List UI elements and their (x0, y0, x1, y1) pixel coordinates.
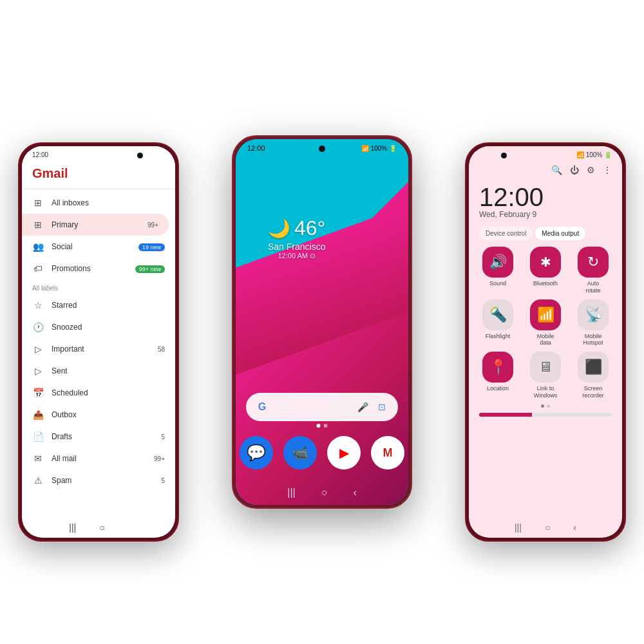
inbox-icon: ⊞ (32, 197, 44, 209)
spam-label: Spam (52, 476, 71, 485)
gmail-menu-snoozed[interactable]: 🕐 Snoozed (22, 316, 175, 338)
youtube-icon: ▶ (339, 445, 349, 460)
weather-temp: 46° (294, 216, 325, 240)
right-clock-date: Wed, February 9 (479, 210, 612, 219)
gmail-app[interactable]: M (371, 436, 404, 469)
center-home-button[interactable]: ○ (321, 487, 328, 498)
qs-tabs: Device control Media output (479, 227, 612, 240)
qs-dot-2 (547, 404, 550, 408)
important-label: Important (52, 345, 84, 354)
gmail-menu-sent[interactable]: ▷ Sent (22, 360, 175, 382)
starred-icon: ☆ (32, 299, 44, 311)
all-labels-section: All labels (22, 279, 175, 294)
right-home-button[interactable]: ○ (545, 522, 550, 533)
qs-tab-media-output[interactable]: Media output (535, 227, 585, 240)
qs-tile-mobile-data[interactable]: 📶 Mobiledata (524, 299, 567, 347)
right-status-bar: 📶 100% 🔋 (469, 146, 622, 161)
search-qs-icon[interactable]: 🔍 (551, 165, 562, 175)
voice-search-icon[interactable]: 🎤 (355, 400, 370, 414)
gmail-menu-spam[interactable]: ⚠ Spam 5 (22, 469, 175, 491)
qs-tile-link-windows[interactable]: 🖥 Link toWindows (524, 352, 567, 399)
location-tile-icon: 📍 (482, 352, 513, 383)
center-back-button[interactable]: ||| (287, 487, 295, 498)
gmail-divider (22, 189, 175, 189)
bluetooth-tile-label: Bluetooth (533, 280, 558, 287)
qs-tile-location[interactable]: 📍 Location (477, 352, 519, 399)
scheduled-label: Scheduled (52, 388, 88, 397)
search-icons-right: 🎤 ⊡ (355, 400, 389, 414)
sent-label: Sent (52, 366, 68, 375)
google-logo: G (255, 400, 269, 414)
right-clock: 12:00 Wed, February 9 (469, 179, 622, 220)
hotspot-tile-icon: 📡 (578, 299, 609, 330)
qs-tile-screen-recorder[interactable]: ⬛ Screenrecorder (572, 352, 614, 399)
autorotate-tile-label: Autorotate (585, 280, 600, 294)
messages-icon: 💬 (247, 444, 266, 462)
right-recents-button[interactable]: ‹ (573, 522, 576, 533)
phone-right-screen: 📶 100% 🔋 🔍 ⏻ ⚙ ⋮ 12:00 Wed, February 9 D… (469, 146, 622, 538)
center-dock: 💬 📹 ▶ M (236, 436, 408, 469)
primary-icon: ⊞ (32, 219, 44, 231)
youtube-app[interactable]: ▶ (327, 436, 361, 469)
page-dot-1 (317, 424, 321, 428)
qs-tile-sound[interactable]: 🔊 Sound (477, 247, 519, 294)
promotions-badge: 99+ new (135, 265, 165, 272)
location-tile-label: Location (487, 385, 509, 392)
gmail-menu-drafts[interactable]: 📄 Drafts 5 (22, 426, 175, 448)
phone-left-screen: 12:00 Gmail ⊞ All inboxes ⊞ Primary 99+ … (22, 146, 175, 538)
left-back-button[interactable]: ||| (69, 522, 76, 533)
lens-search-icon[interactable]: ⊡ (375, 400, 389, 414)
hotspot-tile-label: MobileHotspot (583, 333, 603, 347)
qs-tile-hotspot[interactable]: 📡 MobileHotspot (572, 299, 614, 347)
qs-tab-device-control[interactable]: Device control (479, 227, 533, 240)
left-home-button[interactable]: ○ (99, 522, 104, 533)
bluetooth-tile-icon: ✱ (530, 247, 561, 278)
gmail-menu-promotions[interactable]: 🏷 Promotions 99+ new (22, 258, 175, 279)
gmail-menu-all-mail[interactable]: ✉ All mail 99+ (22, 448, 175, 469)
gmail-menu-all-inboxes[interactable]: ⊞ All inboxes (22, 192, 175, 214)
left-status-bar: 12:00 (22, 146, 175, 161)
center-recents-button[interactable]: ‹ (353, 487, 356, 498)
left-time: 12:00 (32, 151, 48, 158)
meet-icon: 📹 (292, 445, 308, 460)
gmail-header: Gmail (22, 161, 175, 186)
qs-tile-autorotate[interactable]: ↻ Autorotate (572, 247, 614, 294)
link-windows-tile-label: Link toWindows (534, 385, 558, 399)
outbox-icon: 📤 (32, 409, 44, 421)
starred-label: Starred (52, 301, 77, 310)
brightness-slider[interactable] (479, 413, 612, 417)
center-search-bar[interactable]: G 🎤 ⊡ (246, 393, 398, 421)
screen-recorder-tile-label: Screenrecorder (582, 385, 604, 399)
qs-tile-flashlight[interactable]: 🔦 Flashlight (477, 299, 519, 347)
right-battery-signal: 📶 100% 🔋 (576, 151, 612, 158)
left-camera-hole (137, 153, 143, 158)
qs-grid: 🔊 Sound ✱ Bluetooth ↻ Autorotate 🔦 Flash… (469, 247, 622, 399)
gmail-menu-outbox[interactable]: 📤 Outbox (22, 404, 175, 426)
gmail-menu-scheduled[interactable]: 📅 Scheduled (22, 382, 175, 404)
page-dots (317, 424, 328, 428)
phone-center-screen: 12:00 📶 100% 🔋 🌙 46° San Francisco 12:00… (236, 139, 408, 505)
gmail-menu-important[interactable]: ▷ Important 58 (22, 338, 175, 360)
power-qs-icon[interactable]: ⏻ (570, 165, 579, 175)
meet-app[interactable]: 📹 (283, 436, 317, 469)
more-qs-icon[interactable]: ⋮ (603, 165, 612, 175)
messages-app[interactable]: 💬 (240, 436, 273, 469)
sound-tile-label: Sound (489, 280, 506, 287)
settings-qs-icon[interactable]: ⚙ (587, 165, 595, 175)
drafts-label: Drafts (52, 432, 72, 441)
drafts-icon: 📄 (32, 431, 44, 442)
gmail-menu-social[interactable]: 👥 Social 19 new (22, 236, 175, 258)
right-clock-time: 12:00 (479, 184, 612, 210)
scheduled-icon: 📅 (32, 387, 44, 399)
qs-tile-bluetooth[interactable]: ✱ Bluetooth (524, 247, 567, 294)
right-nav-bar: ||| ○ ‹ (469, 522, 622, 533)
right-back-button[interactable]: ||| (515, 522, 522, 533)
right-qs-icons: 🔍 ⏻ ⚙ ⋮ (469, 161, 622, 179)
snoozed-icon: 🕐 (32, 321, 44, 333)
gmail-menu-starred[interactable]: ☆ Starred (22, 294, 175, 316)
all-inboxes-label: All inboxes (52, 198, 89, 207)
important-badge: 58 (158, 346, 165, 353)
gmail-menu-primary[interactable]: ⊞ Primary 99+ (22, 214, 169, 236)
gmail-title: Gmail (32, 166, 165, 181)
sent-icon: ▷ (32, 365, 44, 377)
